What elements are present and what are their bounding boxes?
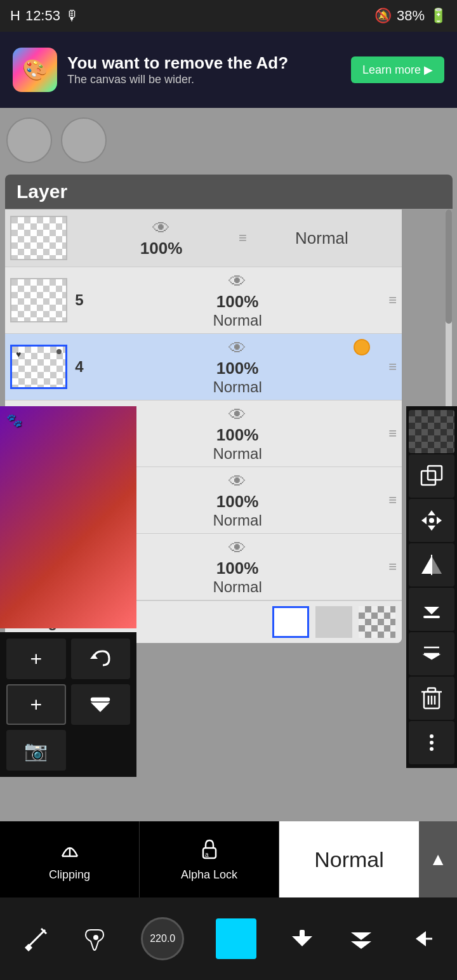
eye-icon-4[interactable]: 👁 [228, 338, 246, 359]
svg-rect-17 [428, 688, 435, 692]
record-icon: 🎙 [65, 8, 79, 24]
status-right: 🔕 38% 🔋 [374, 8, 447, 24]
double-down-arrow-button[interactable] [347, 925, 375, 953]
svg-marker-3 [428, 526, 435, 531]
bg-swatch-gray [315, 606, 352, 638]
svg-marker-14 [425, 655, 438, 659]
flatten-button[interactable] [409, 632, 454, 675]
drag-icon-1: ≡ [388, 559, 397, 575]
svg-rect-36 [300, 930, 305, 937]
layer-thumb-top [10, 216, 67, 260]
layer-blend-top: Normal [295, 228, 348, 248]
svg-marker-39 [416, 931, 426, 946]
brush-size-value: 220.0 [150, 933, 175, 944]
battery-icon: 🔋 [430, 8, 447, 24]
layer-row-top[interactable]: 👁 100% ≡ Normal [5, 209, 402, 267]
layer-thumb-5 [10, 278, 67, 322]
svg-point-22 [430, 741, 434, 745]
layer-scrollbar-thumb [446, 209, 452, 324]
eye-icon-2[interactable]: 👁 [228, 471, 246, 492]
brush-size-control[interactable]: 220.0 [141, 917, 184, 960]
add-layer-button[interactable]: + [6, 639, 66, 679]
status-left: H 12:53 🎙 [10, 8, 79, 24]
layer-panel-header: Layer [5, 175, 453, 209]
dot-icon [56, 349, 62, 354]
canvas-image: 🐾 [0, 406, 136, 628]
status-bar: H 12:53 🎙 🔕 38% 🔋 [0, 0, 457, 32]
clipping-button[interactable]: Clipping [0, 821, 140, 897]
svg-point-6 [429, 518, 434, 523]
ad-banner: 🎨 You want to remove the Ad? The canvas … [0, 32, 457, 108]
blend-mode-arrow[interactable]: ▲ [419, 821, 457, 897]
flip-h-button[interactable] [409, 543, 454, 586]
down-arrow-button[interactable] [288, 925, 316, 953]
svg-point-21 [430, 734, 434, 738]
right-toolbar [406, 406, 457, 768]
layer-info-5: 👁 100% Normal [89, 271, 386, 329]
learn-more-button[interactable]: Learn more ▶ [351, 56, 444, 83]
bg-swatch-white [272, 606, 309, 638]
ad-logo: 🎨 [13, 48, 57, 92]
svg-marker-4 [421, 517, 427, 524]
more-button[interactable] [409, 721, 454, 764]
svg-marker-10 [424, 607, 439, 614]
eye-icon-top[interactable]: 👁 [152, 218, 170, 239]
drag-icon-3: ≡ [388, 425, 397, 442]
signal-icon: H [10, 8, 20, 24]
back-button[interactable] [407, 925, 435, 953]
layer-info-4: 👁 100% Normal [89, 338, 386, 396]
svg-line-31 [27, 930, 45, 948]
svg-text:a: a [205, 851, 209, 858]
dropper-tool[interactable] [82, 925, 110, 953]
undo-button[interactable] [71, 639, 131, 679]
bg-swatch-checker [359, 606, 395, 638]
svg-rect-26 [91, 698, 109, 701]
svg-marker-35 [292, 936, 312, 946]
layer-info-top: 👁 100% [86, 218, 236, 258]
heart-icon: ♥ [16, 349, 21, 359]
color-circles [6, 117, 107, 163]
pen-eraser-tool[interactable] [22, 925, 50, 953]
alpha-lock-button[interactable]: a Alpha Lock [140, 821, 279, 897]
color-circle-1[interactable] [6, 117, 52, 163]
move-button[interactable] [409, 499, 454, 542]
svg-point-23 [430, 747, 434, 751]
clipping-label: Clipping [49, 868, 90, 882]
layer-panel-title: Layer [17, 181, 67, 202]
copy-transform-button[interactable] [409, 454, 454, 498]
svg-marker-8 [432, 556, 442, 574]
drag-icon-5: ≡ [388, 292, 397, 308]
ad-title: You want to remove the Ad? [67, 53, 341, 73]
eye-icon-1[interactable]: 👁 [228, 538, 246, 559]
eye-icon-5[interactable]: 👁 [228, 271, 246, 292]
orange-dot [354, 339, 370, 355]
checker-button[interactable] [409, 410, 454, 453]
svg-point-34 [93, 935, 98, 940]
svg-marker-2 [428, 510, 435, 515]
merge-down-button[interactable] [409, 588, 454, 631]
eye-icon-3[interactable]: 👁 [228, 404, 246, 425]
ad-text: You want to remove the Ad? The canvas wi… [67, 53, 341, 86]
layer-row-5[interactable]: 5 👁 100% Normal ≡ [5, 267, 402, 334]
drag-icon-4: ≡ [388, 359, 397, 375]
merge-button[interactable] [71, 684, 131, 725]
svg-marker-7 [421, 556, 432, 574]
color-circle-2[interactable] [61, 117, 107, 163]
layer-num-4: 4 [70, 358, 89, 376]
svg-marker-24 [90, 654, 98, 659]
trash-button[interactable] [409, 677, 454, 720]
blend-mode-selector[interactable]: Normal [279, 821, 419, 897]
svg-rect-11 [423, 616, 440, 618]
camera-button[interactable]: 📷 [6, 730, 66, 771]
color-swatch[interactable] [216, 918, 256, 959]
layer-thumb-4: ♥ [10, 345, 67, 389]
tool-bar: 220.0 [0, 897, 457, 980]
bottom-left-toolbar: + + 📷 [0, 632, 136, 777]
drag-icon-top: ≡ [239, 230, 247, 246]
add-layer-outline-button[interactable]: + [6, 684, 66, 725]
bell-icon: 🔕 [374, 8, 392, 24]
layer-row-4[interactable]: ♥ 4 👁 100% Normal ≡ [5, 334, 402, 401]
svg-marker-5 [437, 517, 442, 524]
svg-marker-38 [351, 941, 371, 949]
battery: 38% [397, 8, 425, 24]
